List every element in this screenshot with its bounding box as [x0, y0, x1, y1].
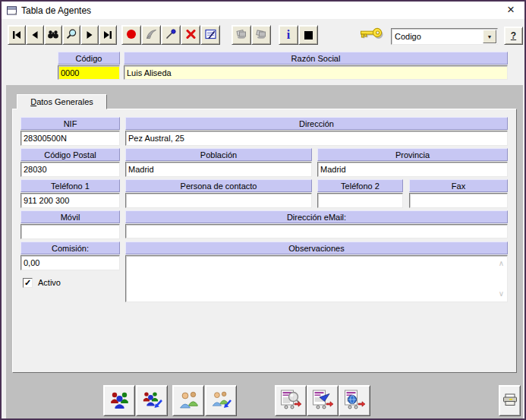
index-dropdown-value: Codigo	[395, 32, 421, 41]
fax-field[interactable]	[409, 193, 508, 208]
agents-table-window: Tabla de Agentes × i	[0, 0, 526, 420]
persona-contacto-field[interactable]	[125, 193, 312, 208]
codigo-postal-label: Código Postal	[20, 148, 120, 161]
edit-record-button[interactable]	[161, 25, 181, 45]
scroll-up-icon[interactable]: ∧	[499, 260, 504, 267]
group-contacts-assign-button[interactable]	[136, 385, 168, 416]
email-field[interactable]	[125, 224, 508, 238]
chevron-down-icon[interactable]: ▼	[483, 30, 496, 43]
observaciones-label: Observaciones	[125, 242, 508, 254]
poblacion-field[interactable]	[125, 162, 312, 177]
window-icon	[7, 6, 17, 15]
nif-field[interactable]	[20, 131, 120, 146]
undo-button[interactable]	[141, 25, 161, 45]
movil-label: Móvil	[20, 210, 120, 223]
people-two-icon	[178, 390, 199, 412]
close-button[interactable]: ×	[507, 3, 515, 16]
provincia-field[interactable]	[317, 162, 508, 177]
observaciones-field[interactable]: ∧ ∨	[125, 255, 508, 302]
direccion-label: Dirección	[125, 117, 508, 130]
index-dropdown[interactable]: Codigo ▼	[391, 28, 498, 45]
save-record-button[interactable]	[200, 25, 220, 45]
help-button[interactable]: ?	[504, 27, 523, 45]
provincia-label: Provincia	[317, 148, 508, 161]
fax-label: Fax	[409, 179, 508, 192]
notebook-pen-icon	[205, 29, 216, 42]
scroll-down-icon[interactable]: ∨	[499, 290, 504, 298]
group-contacts-button[interactable]	[103, 385, 135, 416]
record-dot-icon	[126, 29, 137, 42]
persona-contacto-label: Persona de contacto	[125, 179, 312, 192]
tab-datos-generales[interactable]: Datos Generales	[17, 94, 107, 109]
email-label: Dirección eMail:	[125, 210, 508, 223]
new-record-button[interactable]	[121, 25, 141, 45]
delete-record-button[interactable]	[181, 25, 200, 45]
pen-icon	[165, 29, 176, 42]
people-two-arrow-icon	[211, 390, 232, 412]
activo-checkbox[interactable]: ✓	[23, 278, 33, 288]
document-preview-button[interactable]	[275, 385, 307, 416]
deal-cards-button	[232, 25, 251, 45]
magnifier-icon	[66, 29, 77, 42]
stop-square-icon	[304, 31, 313, 39]
codigo-postal-field[interactable]	[20, 162, 120, 177]
first-record-button[interactable]	[8, 25, 26, 45]
cards-hand-alt-icon	[255, 29, 267, 41]
telefono2-field[interactable]	[317, 193, 403, 208]
movil-field[interactable]	[20, 224, 120, 239]
window-title: Tabla de Agentes	[21, 5, 91, 16]
document-send-button[interactable]	[307, 385, 339, 416]
feather-icon	[146, 29, 157, 42]
search-button[interactable]	[44, 25, 62, 45]
printer-icon	[502, 393, 518, 409]
first-record-icon	[12, 30, 21, 41]
delete-x-icon	[186, 30, 196, 41]
stop-button[interactable]	[298, 25, 318, 45]
razon-social-header-label: Razón Social	[124, 52, 508, 65]
comision-label: Comisión:	[20, 242, 120, 254]
next-record-icon	[86, 30, 93, 41]
tab-accel-letter: D	[30, 97, 36, 106]
telefono2-label: Teléfono 2	[317, 179, 403, 192]
last-record-button[interactable]	[99, 25, 117, 45]
document-globe-icon	[343, 390, 366, 412]
previous-record-button[interactable]	[26, 25, 44, 45]
razon-social-header-field[interactable]	[124, 65, 508, 80]
codigo-header-label: Código	[58, 52, 120, 65]
collect-cards-button	[251, 25, 271, 45]
last-record-icon	[103, 30, 112, 41]
zoom-button[interactable]	[62, 25, 80, 45]
codigo-header-field[interactable]	[58, 65, 120, 80]
nif-label: NIF	[20, 117, 120, 130]
next-record-button[interactable]	[80, 25, 99, 45]
activo-label: Activo	[38, 278, 61, 287]
print-button[interactable]	[499, 385, 521, 416]
comision-field[interactable]	[20, 255, 120, 270]
cards-hand-icon	[235, 29, 247, 41]
info-button[interactable]: i	[279, 25, 298, 45]
tab-label-rest: atos Generales	[36, 97, 93, 106]
contacts-assign-button[interactable]	[205, 385, 237, 416]
people-group-arrow-icon	[142, 390, 162, 412]
document-search-icon	[279, 390, 302, 412]
telefono1-field[interactable]	[20, 193, 120, 208]
telefono1-label: Teléfono 1	[20, 179, 120, 192]
titlebar: Tabla de Agentes ×	[2, 2, 524, 19]
direccion-field[interactable]	[125, 131, 508, 146]
document-send-icon	[311, 390, 334, 412]
info-icon: i	[287, 28, 290, 42]
previous-record-icon	[31, 30, 39, 41]
binoculars-icon	[47, 30, 59, 41]
people-group-icon	[109, 390, 130, 412]
contacts-button[interactable]	[172, 385, 204, 416]
key-icon	[359, 27, 385, 47]
check-icon: ✓	[24, 279, 31, 287]
document-web-button[interactable]	[339, 385, 370, 416]
poblacion-label: Población	[125, 148, 312, 161]
